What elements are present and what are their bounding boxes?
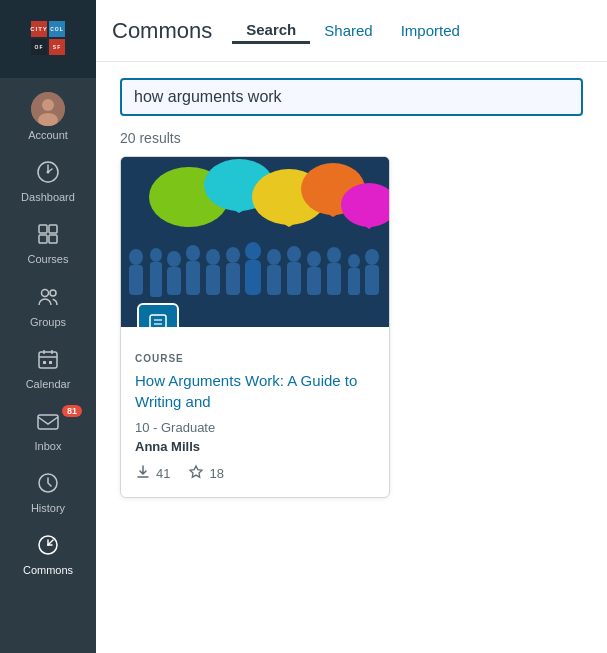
dashboard-icon <box>36 160 60 188</box>
page-title: Commons <box>112 18 212 44</box>
star-count: 18 <box>209 466 223 481</box>
svg-point-4 <box>47 171 50 174</box>
card-level: 10 - Graduate <box>135 420 375 435</box>
svg-rect-11 <box>39 352 57 368</box>
svg-point-42 <box>226 247 240 263</box>
sidebar-item-dashboard-label: Dashboard <box>21 191 75 204</box>
inbox-badge: 81 <box>62 405 82 417</box>
top-nav-links: Search Shared Imported <box>232 17 474 44</box>
svg-point-1 <box>42 99 54 111</box>
svg-rect-5 <box>39 225 47 233</box>
svg-point-52 <box>327 247 341 263</box>
svg-point-38 <box>186 245 200 261</box>
svg-point-46 <box>267 249 281 265</box>
sidebar-item-dashboard[interactable]: Dashboard <box>0 150 96 212</box>
svg-point-40 <box>206 249 220 265</box>
svg-rect-57 <box>365 265 379 295</box>
star-icon <box>188 464 204 483</box>
svg-point-10 <box>50 290 56 296</box>
svg-point-56 <box>365 249 379 265</box>
calendar-icon <box>36 347 60 375</box>
card-body: COURSE How Arguments Work: A Guide to Wr… <box>121 327 389 497</box>
svg-rect-8 <box>49 235 57 243</box>
logo-cell-city: CITY <box>31 21 47 37</box>
logo-cell-college: COL <box>49 21 65 37</box>
svg-point-44 <box>245 242 261 260</box>
logo-cell-sf: SF <box>49 39 65 55</box>
commons-icon <box>36 533 60 561</box>
svg-point-34 <box>150 248 162 262</box>
svg-rect-39 <box>186 261 200 295</box>
sidebar-item-account[interactable]: Account <box>0 82 96 150</box>
svg-rect-37 <box>167 267 181 295</box>
logo: CITY COL OF SF <box>0 0 96 78</box>
card-type-label: COURSE <box>135 353 375 364</box>
download-icon <box>135 464 151 483</box>
svg-point-36 <box>167 251 181 267</box>
tab-search[interactable]: Search <box>232 17 310 44</box>
sidebar-item-account-label: Account <box>28 129 68 142</box>
svg-rect-33 <box>129 265 143 295</box>
card-stats: 41 18 <box>135 464 375 483</box>
groups-icon <box>36 285 60 313</box>
svg-point-32 <box>129 249 143 265</box>
svg-rect-45 <box>245 260 261 295</box>
search-input[interactable] <box>134 88 569 106</box>
svg-point-48 <box>287 246 301 262</box>
sidebar-item-history-label: History <box>31 502 65 515</box>
sidebar-item-groups-label: Groups <box>30 316 66 329</box>
sidebar-item-courses-label: Courses <box>28 253 69 266</box>
sidebar-item-history[interactable]: History <box>0 461 96 523</box>
results-count: 20 results <box>96 124 607 156</box>
svg-rect-7 <box>39 235 47 243</box>
sidebar-item-calendar[interactable]: Calendar <box>0 337 96 399</box>
svg-rect-41 <box>206 265 220 295</box>
svg-rect-51 <box>307 267 321 295</box>
svg-rect-53 <box>327 263 341 295</box>
sidebar-item-courses[interactable]: Courses <box>0 212 96 274</box>
avatar <box>31 92 65 126</box>
card-image <box>121 157 389 327</box>
download-count: 41 <box>156 466 170 481</box>
downloads-stat: 41 <box>135 464 170 483</box>
svg-point-54 <box>348 254 360 268</box>
sidebar-item-inbox[interactable]: 81 Inbox <box>0 399 96 461</box>
tab-imported[interactable]: Imported <box>387 18 474 43</box>
sidebar-item-calendar-label: Calendar <box>26 378 71 391</box>
svg-rect-35 <box>150 262 162 297</box>
search-area <box>96 62 607 124</box>
svg-rect-6 <box>49 225 57 233</box>
course-card: COURSE How Arguments Work: A Guide to Wr… <box>120 156 390 498</box>
svg-rect-17 <box>38 415 58 429</box>
svg-rect-47 <box>267 265 281 295</box>
stars-stat: 18 <box>188 464 223 483</box>
search-input-wrapper <box>120 78 583 116</box>
svg-rect-55 <box>348 268 360 295</box>
svg-rect-49 <box>287 262 301 295</box>
svg-point-50 <box>307 251 321 267</box>
svg-rect-15 <box>43 361 46 364</box>
logo-cell-of: OF <box>31 39 47 55</box>
svg-rect-58 <box>150 315 166 327</box>
inbox-icon <box>36 409 60 437</box>
card-title[interactable]: How Arguments Work: A Guide to Writing a… <box>135 370 375 412</box>
card-author: Anna Mills <box>135 439 375 454</box>
tab-shared[interactable]: Shared <box>310 18 386 43</box>
cards-area: COURSE How Arguments Work: A Guide to Wr… <box>96 156 607 653</box>
svg-rect-43 <box>226 263 240 295</box>
svg-rect-16 <box>49 361 52 364</box>
sidebar: CITY COL OF SF Account <box>0 0 96 653</box>
sidebar-item-inbox-label: Inbox <box>35 440 62 453</box>
card-icon <box>137 303 179 327</box>
top-nav: Commons Search Shared Imported <box>96 0 607 62</box>
history-icon <box>36 471 60 499</box>
sidebar-nav: Account Dashboard <box>0 82 96 653</box>
courses-icon <box>36 222 60 250</box>
main-content: Commons Search Shared Imported 20 result… <box>96 0 607 653</box>
sidebar-item-commons-label: Commons <box>23 564 73 577</box>
sidebar-item-groups[interactable]: Groups <box>0 275 96 337</box>
sidebar-item-commons[interactable]: Commons <box>0 523 96 585</box>
svg-point-9 <box>42 289 49 296</box>
